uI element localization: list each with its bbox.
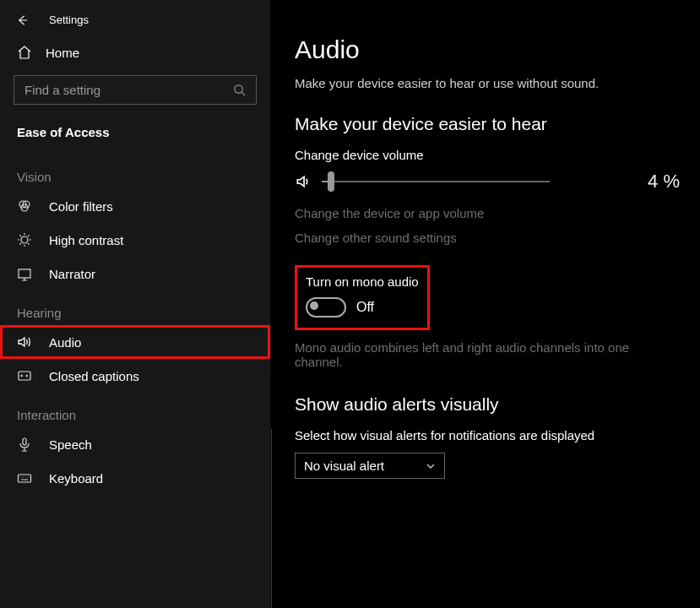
volume-value: 4 %: [648, 171, 680, 193]
change-sound-settings-link[interactable]: Change other sound settings: [295, 231, 680, 245]
visual-heading: Show audio alerts visually: [295, 394, 680, 415]
sidebar-item-closed-captions[interactable]: Closed captions: [0, 359, 270, 393]
volume-label: Change device volume: [295, 148, 680, 162]
svg-rect-5: [19, 269, 30, 278]
sidebar: Settings Home Find a setting Ease of Acc…: [0, 0, 270, 608]
sidebar-item-label: Speech: [49, 437, 92, 452]
sidebar-item-high-contrast[interactable]: High contrast: [0, 223, 270, 257]
page-title: Audio: [295, 35, 680, 64]
svg-rect-7: [23, 438, 26, 445]
sidebar-item-label: Closed captions: [49, 369, 139, 383]
mono-heading: Turn on mono audio: [306, 274, 419, 289]
sidebar-item-color-filters[interactable]: Color filters: [0, 189, 270, 223]
closed-captions-icon: [17, 368, 32, 383]
narrator-icon: [17, 266, 32, 281]
section-hearing: Hearing: [0, 290, 270, 325]
keyboard-icon: [17, 470, 32, 486]
svg-point-4: [21, 236, 28, 243]
search-input[interactable]: Find a setting: [14, 75, 257, 105]
back-button[interactable]: [17, 14, 29, 26]
home-label: Home: [46, 46, 79, 60]
sidebar-item-label: High contrast: [49, 233, 123, 247]
high-contrast-icon: [17, 232, 32, 247]
svg-rect-6: [19, 372, 30, 380]
sidebar-item-audio[interactable]: Audio: [0, 325, 270, 359]
section-interaction: Interaction: [0, 393, 270, 427]
main-content: Audio Make your device easier to hear or…: [270, 0, 700, 608]
home-nav[interactable]: Home: [0, 35, 270, 70]
visual-alert-selected: No visual alert: [304, 459, 384, 473]
sidebar-item-label: Audio: [49, 335, 81, 350]
chevron-down-icon: [426, 461, 436, 471]
color-filters-icon: [17, 198, 32, 214]
volume-icon[interactable]: [295, 173, 312, 190]
sidebar-item-speech[interactable]: Speech: [0, 427, 270, 461]
volume-slider[interactable]: [322, 171, 550, 192]
hear-heading: Make your device easier to hear: [295, 114, 680, 134]
sidebar-item-narrator[interactable]: Narrator: [0, 257, 270, 290]
audio-icon: [17, 334, 32, 350]
search-icon: [233, 84, 246, 96]
speech-icon: [17, 437, 32, 452]
sidebar-item-keyboard[interactable]: Keyboard: [0, 461, 270, 495]
mono-audio-highlight: Turn on mono audio Off: [295, 265, 430, 330]
mono-audio-toggle[interactable]: [306, 297, 346, 318]
mono-audio-state: Off: [356, 300, 374, 315]
svg-point-0: [235, 85, 242, 93]
search-placeholder: Find a setting: [24, 83, 100, 97]
mono-desc: Mono audio combines left and right audio…: [295, 340, 666, 369]
category-title: Ease of Access: [0, 117, 270, 155]
scroll-indicator[interactable]: [271, 429, 272, 608]
page-subtitle: Make your device easier to hear or use w…: [295, 76, 680, 90]
section-vision: Vision: [0, 155, 270, 189]
sidebar-item-label: Narrator: [49, 267, 95, 281]
settings-title: Settings: [49, 14, 89, 26]
visual-sub: Select how visual alerts for notificatio…: [295, 428, 680, 442]
home-icon: [17, 45, 32, 60]
visual-alert-dropdown[interactable]: No visual alert: [295, 453, 445, 479]
sidebar-item-label: Keyboard: [49, 471, 103, 486]
change-volume-link[interactable]: Change the device or app volume: [295, 206, 680, 220]
svg-rect-8: [19, 475, 31, 482]
sidebar-item-label: Color filters: [49, 199, 113, 214]
